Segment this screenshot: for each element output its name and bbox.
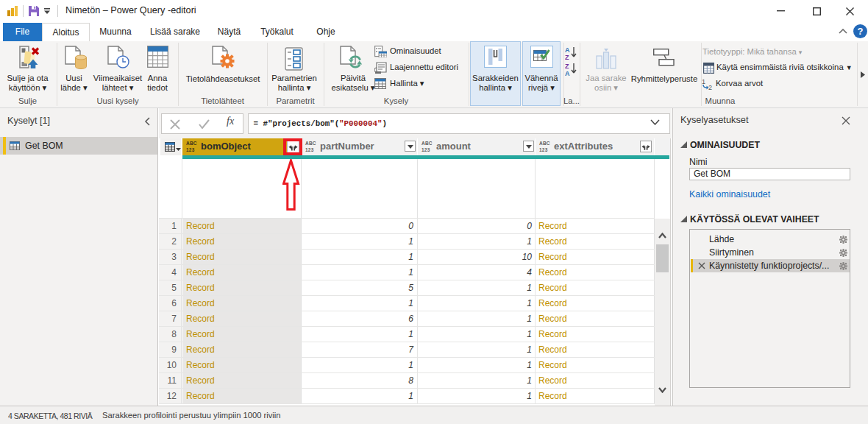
- svg-text:Z: Z: [565, 63, 569, 70]
- svg-text:2: 2: [708, 84, 712, 91]
- svg-text:A: A: [565, 46, 570, 54]
- svg-text:Z: Z: [565, 54, 569, 60]
- svg-text:1: 1: [702, 78, 705, 85]
- svg-text:?: ?: [858, 26, 864, 37]
- svg-text:A: A: [565, 70, 570, 77]
